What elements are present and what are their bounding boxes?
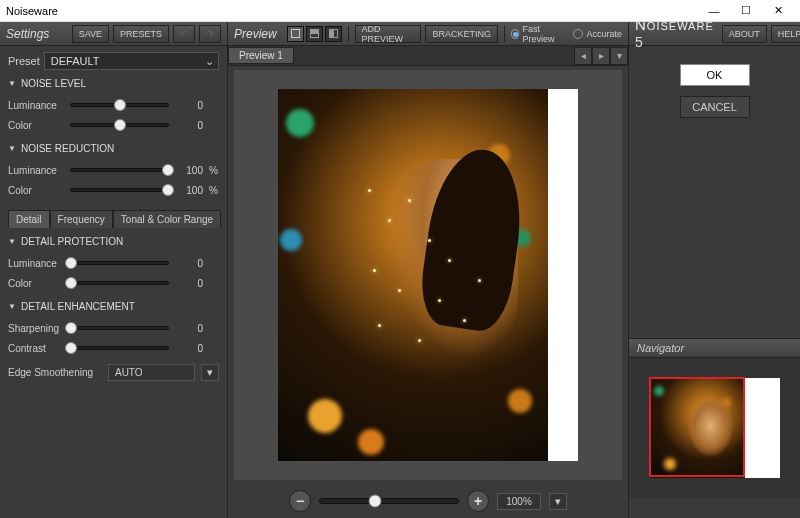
fast-preview-radio[interactable]: Fast Preview bbox=[511, 24, 566, 44]
accurate-radio[interactable]: Accurate bbox=[573, 29, 622, 39]
navigator-title: Navigator bbox=[629, 338, 800, 358]
tab-tonal[interactable]: Tonal & Color Range bbox=[113, 210, 221, 228]
tab-frequency[interactable]: Frequency bbox=[50, 210, 113, 228]
about-button[interactable]: ABOUT bbox=[722, 25, 767, 43]
de-contrast-label: Contrast bbox=[8, 343, 64, 354]
edge-smooth-select[interactable]: AUTO bbox=[108, 364, 195, 381]
zoom-slider[interactable] bbox=[319, 498, 459, 504]
view-split-h-icon[interactable] bbox=[306, 26, 323, 42]
dp-lum-slider[interactable] bbox=[70, 261, 169, 265]
zoom-out-button[interactable]: − bbox=[289, 490, 311, 512]
nr-col-slider[interactable] bbox=[70, 188, 169, 192]
dp-col-value: 0 bbox=[175, 278, 203, 289]
ok-button[interactable]: OK bbox=[680, 64, 750, 86]
nr-lum-slider[interactable] bbox=[70, 168, 169, 172]
help-button[interactable]: HELP bbox=[771, 25, 800, 43]
maximize-button[interactable]: ☐ bbox=[730, 1, 762, 21]
window-title: Noiseware bbox=[6, 5, 58, 17]
zoom-value: 100% bbox=[497, 493, 541, 510]
dp-lum-label: Luminance bbox=[8, 258, 64, 269]
chevron-down-icon: ⌄ bbox=[205, 55, 214, 68]
zoom-in-button[interactable]: + bbox=[467, 490, 489, 512]
cancel-button[interactable]: CANCEL bbox=[680, 96, 750, 118]
nl-lum-label: Luminance bbox=[8, 100, 64, 111]
nr-lum-unit: % bbox=[209, 165, 219, 176]
preset-select[interactable]: DEFAULT ⌄ bbox=[44, 52, 219, 70]
de-sharp-slider[interactable] bbox=[70, 326, 169, 330]
zoom-dropdown-icon[interactable]: ▾ bbox=[549, 493, 567, 510]
nl-lum-value: 0 bbox=[175, 100, 203, 111]
settings-title: Settings bbox=[6, 27, 68, 41]
view-mode-group bbox=[287, 26, 342, 42]
preview-image bbox=[278, 89, 578, 461]
preview-menu-icon[interactable]: ▾ bbox=[610, 47, 628, 65]
navigator-viewport-frame[interactable] bbox=[649, 377, 745, 477]
edge-smooth-label: Edge Smoothening bbox=[8, 367, 102, 378]
preset-value: DEFAULT bbox=[51, 55, 100, 67]
dp-lum-value: 0 bbox=[175, 258, 203, 269]
de-sharp-label: Sharpening bbox=[8, 323, 64, 334]
detail-protection-header[interactable]: ▼DETAIL PROTECTION bbox=[8, 236, 219, 247]
nl-col-slider[interactable] bbox=[70, 123, 169, 127]
preview-canvas[interactable] bbox=[234, 70, 622, 480]
detail-enhancement-header[interactable]: ▼DETAIL ENHANCEMENT bbox=[8, 301, 219, 312]
presets-button[interactable]: PRESETS bbox=[113, 25, 169, 43]
preset-label: Preset bbox=[8, 55, 40, 67]
nl-col-label: Color bbox=[8, 120, 64, 131]
de-sharp-value: 0 bbox=[175, 323, 203, 334]
de-contrast-slider[interactable] bbox=[70, 346, 169, 350]
nr-col-value: 100 bbox=[175, 185, 203, 196]
view-split-v-icon[interactable] bbox=[325, 26, 342, 42]
nr-col-label: Color bbox=[8, 185, 64, 196]
edge-smooth-dropdown-icon[interactable]: ▾ bbox=[201, 364, 219, 381]
navigator-thumb[interactable] bbox=[650, 378, 780, 478]
view-single-icon[interactable] bbox=[287, 26, 304, 42]
nl-col-value: 0 bbox=[175, 120, 203, 131]
dp-col-slider[interactable] bbox=[70, 281, 169, 285]
preview-tab-1[interactable]: Preview 1 bbox=[228, 47, 294, 64]
noise-reduction-header[interactable]: ▼NOISE REDUCTION bbox=[8, 143, 219, 154]
undo-icon[interactable]: ↶ bbox=[173, 25, 195, 43]
tab-detail[interactable]: Detail bbox=[8, 210, 50, 228]
nr-lum-value: 100 bbox=[175, 165, 203, 176]
de-contrast-value: 0 bbox=[175, 343, 203, 354]
dp-col-label: Color bbox=[8, 278, 64, 289]
navigator-panel[interactable] bbox=[629, 358, 800, 498]
save-button[interactable]: SAVE bbox=[72, 25, 109, 43]
preview-title: Preview bbox=[234, 27, 277, 41]
bracketing-button[interactable]: BRACKETING bbox=[425, 25, 498, 43]
redo-icon[interactable]: ↷ bbox=[199, 25, 221, 43]
close-button[interactable]: ✕ bbox=[762, 1, 794, 21]
prev-preview-icon[interactable]: ◂ bbox=[574, 47, 592, 65]
noise-level-header[interactable]: ▼NOISE LEVEL bbox=[8, 78, 219, 89]
nr-lum-label: Luminance bbox=[8, 165, 64, 176]
nl-lum-slider[interactable] bbox=[70, 103, 169, 107]
add-preview-button[interactable]: ADD PREVIEW bbox=[355, 25, 422, 43]
nr-col-unit: % bbox=[209, 185, 219, 196]
next-preview-icon[interactable]: ▸ bbox=[592, 47, 610, 65]
